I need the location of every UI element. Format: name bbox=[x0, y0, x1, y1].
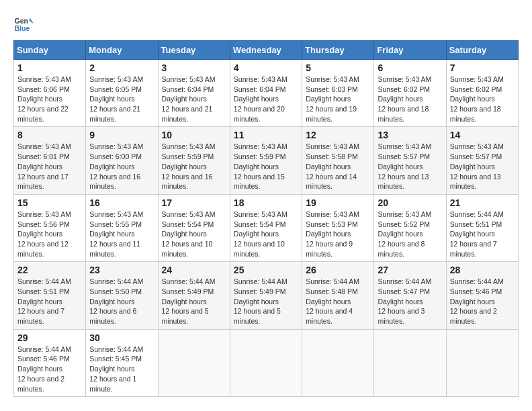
header-sunday: Sunday bbox=[14, 41, 86, 60]
day-number: 8 bbox=[17, 130, 82, 140]
calendar-cell: 17 Sunrise: 5:43 AMSunset: 5:54 PMDaylig… bbox=[158, 194, 230, 261]
day-info: Sunrise: 5:44 AMSunset: 5:49 PMDaylight … bbox=[234, 277, 287, 325]
day-number: 22 bbox=[17, 265, 82, 275]
calendar-body: 1 Sunrise: 5:43 AMSunset: 6:06 PMDayligh… bbox=[14, 60, 519, 397]
day-number: 10 bbox=[162, 130, 226, 140]
header-friday: Friday bbox=[374, 41, 446, 60]
day-info: Sunrise: 5:44 AMSunset: 5:48 PMDaylight … bbox=[306, 277, 359, 325]
calendar-cell: 3 Sunrise: 5:43 AMSunset: 6:04 PMDayligh… bbox=[158, 60, 230, 127]
calendar-cell: 19 Sunrise: 5:43 AMSunset: 5:53 PMDaylig… bbox=[302, 194, 374, 261]
day-number: 7 bbox=[450, 62, 515, 73]
day-number: 29 bbox=[17, 332, 82, 343]
day-number: 4 bbox=[234, 62, 298, 73]
day-number: 20 bbox=[378, 197, 442, 208]
day-info: Sunrise: 5:43 AMSunset: 6:04 PMDaylight … bbox=[234, 75, 287, 123]
day-number: 28 bbox=[450, 265, 515, 275]
calendar-cell: 12 Sunrise: 5:43 AMSunset: 5:58 PMDaylig… bbox=[302, 127, 374, 194]
calendar-cell: 5 Sunrise: 5:43 AMSunset: 6:03 PMDayligh… bbox=[302, 60, 374, 127]
week-row-3: 15 Sunrise: 5:43 AMSunset: 5:56 PMDaylig… bbox=[14, 194, 519, 261]
calendar-cell: 7 Sunrise: 5:43 AMSunset: 6:02 PMDayligh… bbox=[446, 60, 518, 127]
day-number: 24 bbox=[162, 265, 226, 275]
day-number: 2 bbox=[89, 62, 154, 73]
day-info: Sunrise: 5:43 AMSunset: 6:03 PMDaylight … bbox=[306, 75, 359, 123]
calendar-cell: 27 Sunrise: 5:44 AMSunset: 5:47 PMDaylig… bbox=[374, 262, 446, 329]
calendar-cell: 14 Sunrise: 5:43 AMSunset: 5:57 PMDaylig… bbox=[446, 127, 518, 194]
calendar-cell: 6 Sunrise: 5:43 AMSunset: 6:02 PMDayligh… bbox=[374, 60, 446, 127]
calendar-cell: 4 Sunrise: 5:43 AMSunset: 6:04 PMDayligh… bbox=[230, 60, 302, 127]
calendar-cell: 29 Sunrise: 5:44 AMSunset: 5:46 PMDaylig… bbox=[14, 329, 86, 396]
day-info: Sunrise: 5:43 AMSunset: 5:57 PMDaylight … bbox=[450, 142, 504, 190]
header-thursday: Thursday bbox=[302, 41, 374, 60]
day-number: 16 bbox=[89, 197, 154, 208]
week-row-2: 8 Sunrise: 5:43 AMSunset: 6:01 PMDayligh… bbox=[14, 127, 519, 194]
calendar-cell: 21 Sunrise: 5:44 AMSunset: 5:51 PMDaylig… bbox=[446, 194, 518, 261]
calendar-cell: 28 Sunrise: 5:44 AMSunset: 5:46 PMDaylig… bbox=[446, 262, 518, 329]
day-info: Sunrise: 5:44 AMSunset: 5:51 PMDaylight … bbox=[450, 210, 504, 258]
day-info: Sunrise: 5:43 AMSunset: 5:52 PMDaylight … bbox=[378, 210, 431, 258]
day-number: 18 bbox=[234, 197, 298, 208]
day-number: 3 bbox=[162, 62, 226, 73]
day-info: Sunrise: 5:44 AMSunset: 5:46 PMDaylight … bbox=[17, 345, 71, 393]
day-number: 9 bbox=[89, 130, 154, 140]
day-number: 17 bbox=[162, 197, 226, 208]
day-number: 26 bbox=[306, 265, 370, 275]
calendar-cell: 26 Sunrise: 5:44 AMSunset: 5:48 PMDaylig… bbox=[302, 262, 374, 329]
day-info: Sunrise: 5:44 AMSunset: 5:50 PMDaylight … bbox=[89, 277, 143, 325]
calendar-cell: 8 Sunrise: 5:43 AMSunset: 6:01 PMDayligh… bbox=[14, 127, 86, 194]
day-number: 23 bbox=[89, 265, 154, 275]
day-info: Sunrise: 5:43 AMSunset: 6:02 PMDaylight … bbox=[450, 75, 504, 123]
day-number: 13 bbox=[378, 130, 442, 140]
header-saturday: Saturday bbox=[446, 41, 518, 60]
calendar-cell: 22 Sunrise: 5:44 AMSunset: 5:51 PMDaylig… bbox=[14, 262, 86, 329]
calendar-table: SundayMondayTuesdayWednesdayThursdayFrid… bbox=[13, 40, 519, 397]
day-number: 21 bbox=[450, 197, 515, 208]
calendar-cell: 18 Sunrise: 5:43 AMSunset: 5:54 PMDaylig… bbox=[230, 194, 302, 261]
day-number: 15 bbox=[17, 197, 82, 208]
calendar-cell: 20 Sunrise: 5:43 AMSunset: 5:52 PMDaylig… bbox=[374, 194, 446, 261]
calendar-cell: 9 Sunrise: 5:43 AMSunset: 6:00 PMDayligh… bbox=[86, 127, 158, 194]
day-number: 30 bbox=[89, 332, 154, 343]
day-number: 27 bbox=[378, 265, 442, 275]
day-number: 12 bbox=[306, 130, 370, 140]
day-info: Sunrise: 5:43 AMSunset: 5:54 PMDaylight … bbox=[162, 210, 216, 258]
day-number: 1 bbox=[17, 62, 82, 73]
calendar-cell: 30 Sunrise: 5:44 AMSunset: 5:45 PMDaylig… bbox=[86, 329, 158, 396]
day-number: 11 bbox=[234, 130, 298, 140]
calendar-cell: 1 Sunrise: 5:43 AMSunset: 6:06 PMDayligh… bbox=[14, 60, 86, 127]
calendar-cell: 10 Sunrise: 5:43 AMSunset: 5:59 PMDaylig… bbox=[158, 127, 230, 194]
calendar-cell: 16 Sunrise: 5:43 AMSunset: 5:55 PMDaylig… bbox=[86, 194, 158, 261]
calendar-cell bbox=[302, 329, 374, 396]
calendar-cell: 24 Sunrise: 5:44 AMSunset: 5:49 PMDaylig… bbox=[158, 262, 230, 329]
day-info: Sunrise: 5:43 AMSunset: 5:54 PMDaylight … bbox=[234, 210, 287, 258]
calendar-cell: 13 Sunrise: 5:43 AMSunset: 5:57 PMDaylig… bbox=[374, 127, 446, 194]
day-info: Sunrise: 5:43 AMSunset: 6:01 PMDaylight … bbox=[17, 142, 71, 190]
calendar-cell: 11 Sunrise: 5:43 AMSunset: 5:59 PMDaylig… bbox=[230, 127, 302, 194]
day-info: Sunrise: 5:44 AMSunset: 5:51 PMDaylight … bbox=[17, 277, 71, 325]
week-row-4: 22 Sunrise: 5:44 AMSunset: 5:51 PMDaylig… bbox=[14, 262, 519, 329]
day-info: Sunrise: 5:43 AMSunset: 5:57 PMDaylight … bbox=[378, 142, 431, 190]
header-tuesday: Tuesday bbox=[158, 41, 230, 60]
page-header: Gen Blue bbox=[13, 13, 519, 34]
day-info: Sunrise: 5:44 AMSunset: 5:49 PMDaylight … bbox=[162, 277, 216, 325]
day-info: Sunrise: 5:43 AMSunset: 6:04 PMDaylight … bbox=[162, 75, 216, 123]
logo: Gen Blue bbox=[13, 13, 36, 34]
day-info: Sunrise: 5:44 AMSunset: 5:47 PMDaylight … bbox=[378, 277, 431, 325]
calendar-cell bbox=[446, 329, 518, 396]
day-info: Sunrise: 5:44 AMSunset: 5:45 PMDaylight … bbox=[89, 345, 143, 393]
calendar-cell bbox=[158, 329, 230, 396]
calendar-cell: 23 Sunrise: 5:44 AMSunset: 5:50 PMDaylig… bbox=[86, 262, 158, 329]
calendar-header-row: SundayMondayTuesdayWednesdayThursdayFrid… bbox=[14, 41, 519, 60]
day-number: 14 bbox=[450, 130, 515, 140]
calendar-cell: 2 Sunrise: 5:43 AMSunset: 6:05 PMDayligh… bbox=[86, 60, 158, 127]
day-info: Sunrise: 5:43 AMSunset: 6:00 PMDaylight … bbox=[89, 142, 143, 190]
day-info: Sunrise: 5:43 AMSunset: 6:02 PMDaylight … bbox=[378, 75, 431, 123]
calendar-cell bbox=[230, 329, 302, 396]
day-number: 5 bbox=[306, 62, 370, 73]
header-wednesday: Wednesday bbox=[230, 41, 302, 60]
week-row-1: 1 Sunrise: 5:43 AMSunset: 6:06 PMDayligh… bbox=[14, 60, 519, 127]
day-info: Sunrise: 5:43 AMSunset: 5:56 PMDaylight … bbox=[17, 210, 71, 258]
day-info: Sunrise: 5:43 AMSunset: 5:55 PMDaylight … bbox=[89, 210, 143, 258]
calendar-cell: 25 Sunrise: 5:44 AMSunset: 5:49 PMDaylig… bbox=[230, 262, 302, 329]
day-info: Sunrise: 5:43 AMSunset: 5:58 PMDaylight … bbox=[306, 142, 359, 190]
calendar-cell: 15 Sunrise: 5:43 AMSunset: 5:56 PMDaylig… bbox=[14, 194, 86, 261]
